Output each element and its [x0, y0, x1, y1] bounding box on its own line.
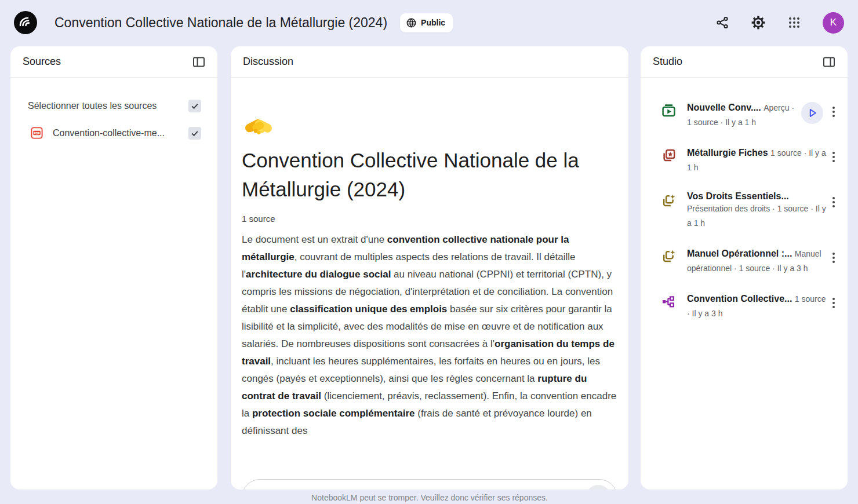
send-button[interactable]	[586, 485, 611, 490]
studio-item-video-overview[interactable]: Nouvelle Conv.... Aperçu · 1 source · Il…	[641, 93, 848, 138]
source-name: Convention-collective-me...	[53, 128, 188, 138]
discussion-panel-title: Discussion	[243, 56, 293, 68]
flashcards-icon	[661, 148, 677, 166]
settings-button[interactable]	[751, 15, 766, 30]
more-options-button[interactable]	[829, 103, 838, 120]
pdf-file-icon: PDF	[30, 126, 43, 140]
more-options-button[interactable]	[829, 249, 838, 266]
more-options-button[interactable]	[829, 294, 838, 312]
discussion-panel: Discussion Convention Collective Nationa…	[231, 46, 628, 490]
source-list-item[interactable]: PDF Convention-collective-me...	[30, 126, 201, 140]
apps-grid-button[interactable]	[787, 16, 801, 30]
visibility-label: Public	[421, 18, 445, 27]
play-button[interactable]	[801, 102, 823, 124]
collapse-sources-panel-button[interactable]	[192, 55, 206, 69]
disclaimer-text: NotebookLM peut se tromper. Veuillez don…	[231, 493, 628, 502]
video-overview-icon	[661, 103, 677, 120]
studio-item-title: Convention Collective...	[687, 294, 792, 304]
checkmark-icon	[190, 101, 199, 111]
studio-item-flashcards[interactable]: Métallurgie Fiches 1 source · Il y a 1 h	[641, 138, 848, 183]
studio-item-mindmap[interactable]: Convention Collective... 1 source · Il y…	[641, 284, 848, 329]
summary-source-count: 1 source	[242, 214, 617, 224]
source-checkbox[interactable]	[188, 127, 201, 140]
summary-segment: Le document est un extrait d'une	[242, 234, 387, 245]
notebook-title[interactable]: Convention Collective Nationale de la Mé…	[54, 15, 387, 31]
notebooklm-logo-icon	[18, 15, 33, 30]
checkmark-icon	[190, 129, 199, 138]
panel-collapse-left-icon	[192, 55, 206, 69]
notebook-summary-text: Le document est un extrait d'une convent…	[242, 231, 617, 440]
mindmap-icon	[661, 294, 677, 312]
handshake-emoji-icon	[244, 114, 273, 139]
top-header: Convention Collective Nationale de la Mé…	[0, 0, 858, 45]
summary-segment: architecture du dialogue social	[246, 269, 391, 280]
account-avatar[interactable]: K	[823, 12, 844, 34]
slides-sparkle-icon	[661, 249, 677, 266]
studio-panel-title: Studio	[653, 56, 682, 68]
svg-text:PDF: PDF	[34, 132, 40, 135]
studio-item-title: Nouvelle Conv....	[687, 103, 761, 112]
studio-item-subtitle: Présentation des droits · 1 source · Il …	[687, 204, 826, 228]
slides-sparkle-icon	[661, 193, 677, 211]
share-icon	[715, 16, 729, 30]
notebook-summary-title: Convention Collective Nationale de la Mé…	[242, 146, 617, 204]
globe-icon	[406, 17, 417, 28]
studio-item-slides-droits[interactable]: Vos Droits Essentiels... Présentation de…	[641, 183, 848, 239]
sources-panel-title: Sources	[23, 56, 61, 68]
more-options-button[interactable]	[829, 193, 838, 211]
summary-segment: protection sociale complémentaire	[252, 408, 415, 419]
sources-panel: Sources Sélectionner toutes les sources …	[10, 46, 217, 490]
play-icon	[806, 107, 819, 119]
share-button[interactable]	[715, 16, 729, 30]
notebooklm-logo[interactable]	[14, 11, 37, 34]
select-all-sources-row[interactable]: Sélectionner toutes les sources	[28, 100, 201, 112]
panel-collapse-right-icon	[822, 55, 836, 69]
studio-item-title: Vos Droits Essentiels...	[687, 191, 789, 201]
settings-gear-icon	[751, 15, 766, 30]
chat-input-bar[interactable]: 1 source	[242, 479, 617, 490]
apps-grid-icon	[787, 16, 801, 30]
studio-item-manuel-operationnel[interactable]: Manuel Opérationnel :... Manuel opératio…	[641, 239, 848, 284]
summary-segment: classification unique des emplois	[290, 304, 447, 315]
studio-item-title: Manuel Opérationnel :...	[687, 249, 792, 258]
studio-item-title: Métallurgie Fiches	[687, 148, 768, 158]
visibility-badge[interactable]: Public	[400, 13, 453, 32]
select-all-checkbox[interactable]	[188, 100, 201, 112]
more-options-button[interactable]	[829, 148, 838, 166]
collapse-studio-panel-button[interactable]	[822, 55, 836, 69]
notebook-emoji	[244, 114, 617, 140]
studio-panel: Studio Nouvelle Conv.... Aperçu · 1 sour…	[641, 46, 848, 490]
select-all-label: Sélectionner toutes les sources	[28, 101, 157, 111]
